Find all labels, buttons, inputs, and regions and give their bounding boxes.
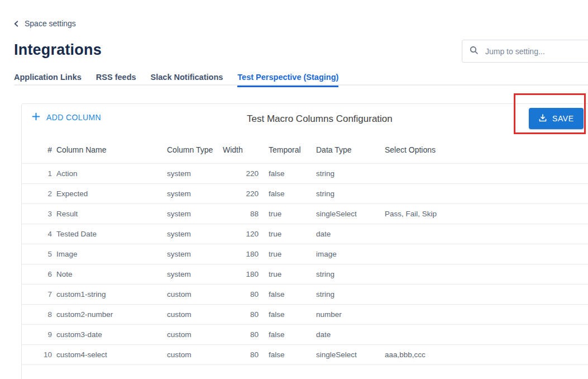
table-cell: 120 <box>222 224 259 244</box>
table-cell: image <box>316 244 382 264</box>
table-cell: custom <box>167 285 221 305</box>
table-cell: number <box>316 305 382 325</box>
table-cell: custom <box>167 345 221 365</box>
table-cell: singleSelect <box>316 345 382 365</box>
table-cell: 10 <box>22 345 52 365</box>
table-cell: Image <box>56 244 166 264</box>
panel-header: ADD COLUMN Test Macro Columns Configurat… <box>22 104 588 136</box>
column-header: Column Type <box>167 136 221 164</box>
table-cell: 8 <box>22 305 52 325</box>
table-cell: 80 <box>222 305 259 325</box>
table-row: 4Tested Datesystem120truedate <box>22 224 588 244</box>
table-cell: system <box>167 164 221 184</box>
table-cell: singleSelect <box>316 204 382 224</box>
table-cell: date <box>316 325 382 345</box>
table-cell: string <box>316 285 382 305</box>
chevron-left-icon <box>12 20 21 28</box>
table-cell: string <box>316 164 382 184</box>
column-header: Width <box>222 136 259 164</box>
add-column-button[interactable]: ADD COLUMN <box>31 112 101 123</box>
table-row: 8custom2-numbercustom80falsenumber <box>22 305 588 325</box>
add-column-label: ADD COLUMN <box>46 113 101 122</box>
table-cell: custom3-date <box>56 325 166 345</box>
table-cell: false <box>269 345 313 365</box>
table-cell: false <box>269 184 313 204</box>
table-row: 5Imagesystem180trueimage <box>22 244 588 264</box>
table-cell: 220 <box>222 164 259 184</box>
breadcrumb-label[interactable]: Space settings <box>25 19 76 28</box>
table-cell: date <box>316 224 382 244</box>
table-cell: 1 <box>22 164 52 184</box>
table-row: 1Actionsystem220falsestring <box>22 164 588 184</box>
table-cell: system <box>167 244 221 264</box>
table-cell: 88 <box>222 204 259 224</box>
table-cell: Tested Date <box>56 224 166 244</box>
column-header: Temporal <box>269 136 313 164</box>
save-button[interactable]: SAVE <box>529 108 584 129</box>
table-row: 10custom4-selectcustom80falsesingleSelec… <box>22 345 588 365</box>
table-cell: custom4-select <box>56 345 166 365</box>
table-cell: custom1-string <box>56 285 166 305</box>
table-row: 3Resultsystem88truesingleSelectPass, Fai… <box>22 204 588 224</box>
table-cell: 80 <box>222 325 259 345</box>
table-cell: false <box>269 325 313 345</box>
plus-icon <box>31 112 41 123</box>
table-cell: system <box>167 264 221 285</box>
table-cell: string <box>316 264 382 285</box>
table-row: 9custom3-datecustom80falsedate <box>22 325 588 345</box>
table-cell: aaa,bbb,ccc <box>385 345 563 365</box>
table-cell: 4 <box>22 224 52 244</box>
table-cell: 5 <box>22 244 52 264</box>
table-cell: system <box>167 204 221 224</box>
table-cell: 220 <box>222 184 259 204</box>
column-header: Data Type <box>316 136 382 164</box>
tab-rss-feeds[interactable]: RSS feeds <box>96 73 136 87</box>
table-cell: false <box>269 305 313 325</box>
table-cell: Note <box>56 264 166 285</box>
table-cell: 6 <box>22 264 52 285</box>
breadcrumb[interactable]: Space settings <box>12 19 76 28</box>
tab-application-links[interactable]: Application Links <box>14 73 82 87</box>
table-cell: 180 <box>222 264 259 285</box>
table-cell: 80 <box>222 285 259 305</box>
column-header: Select Options <box>385 136 563 164</box>
table-cell: string <box>316 184 382 204</box>
column-header: # <box>22 136 52 164</box>
table-cell: custom <box>167 305 221 325</box>
search-input[interactable] <box>485 47 588 56</box>
page-title: Integrations <box>14 41 102 59</box>
tab-test-perspective-staging[interactable]: Test Perspective (Staging) <box>237 73 338 87</box>
table-cell: 80 <box>222 345 259 365</box>
table-cell: 7 <box>22 285 52 305</box>
table-cell: Action <box>56 164 166 184</box>
table-cell: custom2-number <box>56 305 166 325</box>
table-cell: 3 <box>22 204 52 224</box>
search-box[interactable] <box>462 40 588 63</box>
table-row: 2Expectedsystem220falsestring <box>22 184 588 204</box>
page: Space settings Integrations Application … <box>0 0 588 379</box>
table-cell: true <box>269 264 313 285</box>
table-cell: 2 <box>22 184 52 204</box>
table-cell: Expected <box>56 184 166 204</box>
save-button-label: SAVE <box>552 114 574 123</box>
table-cell: true <box>269 244 313 264</box>
columns-config-panel: ADD COLUMN Test Macro Columns Configurat… <box>21 103 588 379</box>
column-header: Column Name <box>56 136 166 164</box>
table-cell: false <box>269 164 313 184</box>
table-header-row: #Column NameColumn TypeWidthTemporalData… <box>22 136 588 164</box>
table-row: 7custom1-stringcustom80falsestring <box>22 285 588 305</box>
table-cell: true <box>269 204 313 224</box>
table-body: 1Actionsystem220falsestring2Expectedsyst… <box>22 164 588 365</box>
table-cell: system <box>167 184 221 204</box>
table-cell: Result <box>56 204 166 224</box>
table-cell: true <box>269 224 313 244</box>
table-row: 6Notesystem180truestring <box>22 264 588 285</box>
table-cell: 9 <box>22 325 52 345</box>
search-icon <box>469 45 479 57</box>
table-cell: false <box>269 285 313 305</box>
tab-slack-notifications[interactable]: Slack Notifications <box>151 73 223 87</box>
table-cell: 180 <box>222 244 259 264</box>
table-cell: Pass, Fail, Skip <box>385 204 563 224</box>
table-cell: custom <box>167 325 221 345</box>
tab-bar: Application LinksRSS feedsSlack Notifica… <box>14 73 338 87</box>
